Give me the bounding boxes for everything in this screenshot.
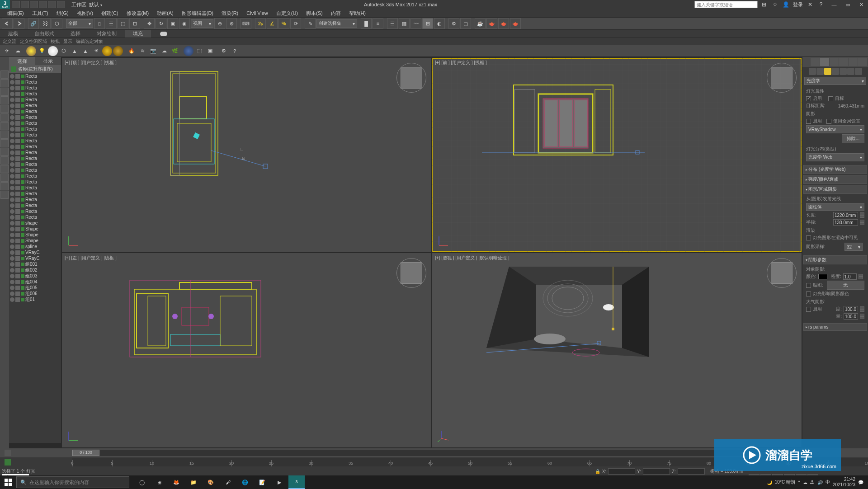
scene-item[interactable]: Recta <box>9 114 61 120</box>
vp-front-label[interactable]: [+] [前 ] [用户定义 ] [线框 ] <box>435 60 487 66</box>
visibility-icon[interactable] <box>10 74 14 79</box>
dist-type-dropdown[interactable]: 光度学 Web▾ <box>806 153 864 161</box>
rollout-vray[interactable]: rs params <box>803 323 867 331</box>
scene-item[interactable]: Recta <box>9 85 61 91</box>
visibility-icon[interactable] <box>10 297 14 302</box>
visibility-icon[interactable] <box>10 86 14 90</box>
qat-project-icon[interactable] <box>57 1 65 8</box>
vp-top-label[interactable]: [+] [顶 ] [用户定义 ] [线框 ] <box>65 60 117 66</box>
visibility-icon[interactable] <box>10 156 14 161</box>
lights-icon[interactable] <box>824 68 831 75</box>
fog-icon[interactable]: ≋ <box>137 46 147 56</box>
selection-filter-dropdown[interactable]: 全部▾ <box>66 19 93 28</box>
scene-item[interactable]: Shape <box>9 226 61 232</box>
window-crossing-icon[interactable]: ⊡ <box>129 18 140 29</box>
map-checkbox[interactable] <box>806 283 811 288</box>
freeze-icon[interactable] <box>15 115 20 120</box>
light-1-icon[interactable] <box>26 46 36 56</box>
ltool-6[interactable] <box>0 113 9 122</box>
visibility-icon[interactable] <box>10 268 14 273</box>
scene-item[interactable]: spline <box>9 244 61 249</box>
firefox-icon[interactable]: 🦊 <box>168 475 184 489</box>
freeze-icon[interactable] <box>15 197 20 202</box>
freeze-icon[interactable] <box>15 74 20 79</box>
scene-item[interactable]: 组002 <box>9 267 61 273</box>
infocenter-icon[interactable]: ⊞ <box>760 1 768 8</box>
set-key-icon[interactable] <box>5 459 11 465</box>
freeze-icon[interactable] <box>15 227 20 231</box>
keyboard-shortcut-icon[interactable]: ⌨ <box>241 18 251 29</box>
select-icon[interactable]: ▯ <box>94 18 105 29</box>
sub-ribbon-sim[interactable]: 模拟 <box>51 38 60 45</box>
visibility-icon[interactable] <box>10 286 14 290</box>
plane-icon[interactable]: ✈ <box>2 46 12 56</box>
ltool-15[interactable] <box>0 191 9 199</box>
align-icon[interactable]: ≡ <box>373 18 383 29</box>
close-button[interactable]: ✕ <box>854 0 868 9</box>
star-icon[interactable]: ☆ <box>771 1 778 8</box>
spacewarps-icon[interactable] <box>847 68 854 75</box>
freeze-icon[interactable] <box>15 244 20 249</box>
render-icon[interactable]: 🫖 <box>486 18 497 29</box>
ltool-14[interactable] <box>0 182 9 190</box>
freeze-icon[interactable] <box>15 133 20 137</box>
radius-spinner[interactable] <box>860 220 864 225</box>
minimize-button[interactable]: — <box>827 0 841 9</box>
help2-icon[interactable]: ? <box>230 46 240 56</box>
shadow-color-swatch[interactable] <box>818 274 827 279</box>
z-input[interactable] <box>678 468 705 475</box>
scene-item[interactable]: shape <box>9 220 61 226</box>
light-3-icon[interactable] <box>48 46 58 56</box>
freeze-icon[interactable] <box>15 215 20 220</box>
freeze-icon[interactable] <box>15 103 20 108</box>
scene-item[interactable]: Recta <box>9 161 61 167</box>
cmd-tab-motion-icon[interactable] <box>839 58 848 66</box>
viewcube-persp[interactable] <box>771 262 793 284</box>
geom-icon[interactable] <box>809 68 816 75</box>
sub-ribbon-display[interactable]: 显示 <box>63 38 72 45</box>
weather-text[interactable]: 10°C 晴朗 <box>775 479 795 485</box>
tray-volume-icon[interactable]: 🔊 <box>817 480 823 485</box>
menu-animation[interactable]: 动画(A) <box>154 10 176 17</box>
manipulate-icon[interactable]: ⊗ <box>226 18 237 29</box>
freeze-icon[interactable] <box>15 233 20 237</box>
select-name-icon[interactable]: ☰ <box>106 18 117 29</box>
ribbon-tab-selection[interactable]: 选择 <box>62 30 89 38</box>
tray-network-icon[interactable]: 🖧 <box>810 480 815 485</box>
menu-edit[interactable]: 编辑(E) <box>5 10 27 17</box>
freeze-icon[interactable] <box>15 180 20 184</box>
freeze-icon[interactable] <box>15 109 20 114</box>
scene-item[interactable]: Recta <box>9 108 61 114</box>
sub-ribbon-idle[interactable]: 定义空闲区域 <box>20 38 47 45</box>
scene-item[interactable]: VRayC <box>9 249 61 255</box>
systems-icon[interactable] <box>855 68 862 75</box>
material-editor-icon[interactable]: ◐ <box>434 18 445 29</box>
visibility-icon[interactable] <box>10 221 14 226</box>
freeze-icon[interactable] <box>15 239 20 243</box>
app3-icon[interactable]: ▶ <box>271 475 288 489</box>
shadow-type-dropdown[interactable]: VRayShadow▾ <box>806 125 864 133</box>
render-visible-checkbox[interactable] <box>806 235 811 240</box>
rendered-frame-icon[interactable]: ▢ <box>460 18 471 29</box>
visibility-icon[interactable] <box>10 192 14 196</box>
settings-icon[interactable]: ⚙ <box>219 46 229 56</box>
scene-item[interactable]: Recta <box>9 120 61 126</box>
menu-grapheditors[interactable]: 图形编辑器(D) <box>179 10 216 17</box>
freeze-icon[interactable] <box>15 150 20 155</box>
visibility-icon[interactable] <box>10 239 14 243</box>
scene-item[interactable]: Shape <box>9 232 61 238</box>
scale-icon[interactable]: ▣ <box>167 18 178 29</box>
map-none-button[interactable]: 无 <box>827 281 864 290</box>
scene-item[interactable]: Recta <box>9 91 61 97</box>
scene-item[interactable]: Recta <box>9 79 61 85</box>
lock-icon[interactable]: 🔒 <box>595 469 600 474</box>
sub-ribbon-flow[interactable]: 定义流 <box>3 38 16 45</box>
tray-ime-icon[interactable]: 中 <box>826 479 830 485</box>
ribbon-tab-modeling[interactable]: 建模 <box>0 30 26 38</box>
density-input[interactable] <box>843 273 857 280</box>
light-4-icon[interactable]: ⬡ <box>59 46 69 56</box>
qat-undo-icon[interactable] <box>39 1 47 8</box>
time-slider-handle[interactable]: 0 / 100 <box>72 450 99 456</box>
menu-modifiers[interactable]: 修改器(M) <box>124 10 152 17</box>
scene-item[interactable]: 组003 <box>9 273 61 279</box>
